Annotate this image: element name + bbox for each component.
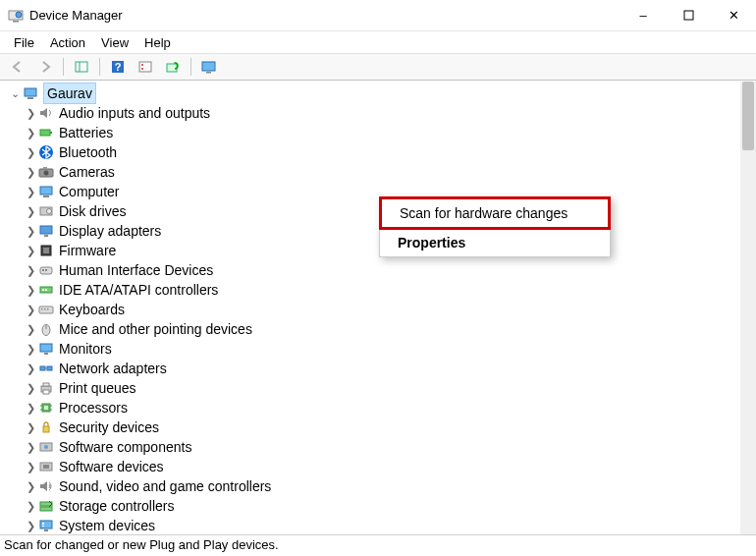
- svg-point-58: [44, 445, 48, 449]
- tree-item[interactable]: ❯Disk drives: [0, 201, 756, 221]
- svg-rect-16: [40, 130, 50, 136]
- menu-item-properties[interactable]: Properties: [380, 229, 610, 256]
- tree-item[interactable]: ❯Monitors: [0, 339, 756, 359]
- camera-icon: [37, 163, 55, 181]
- chevron-right-icon[interactable]: ❯: [24, 123, 37, 142]
- tree-item-label: Print queues: [59, 378, 136, 398]
- tree-item[interactable]: ❯Keyboards: [0, 300, 756, 319]
- chevron-right-icon[interactable]: ❯: [24, 260, 37, 280]
- tree-item[interactable]: ❯Print queues: [0, 378, 756, 398]
- chevron-right-icon[interactable]: ❯: [24, 162, 37, 182]
- svg-point-31: [42, 269, 44, 271]
- maximize-button[interactable]: [666, 0, 711, 31]
- forward-button: [33, 56, 57, 78]
- chevron-right-icon[interactable]: ❯: [24, 142, 37, 162]
- chevron-right-icon[interactable]: ❯: [24, 437, 37, 457]
- tree-item[interactable]: ❯Security devices: [0, 417, 756, 437]
- chevron-right-icon[interactable]: ❯: [24, 339, 37, 359]
- chevron-right-icon[interactable]: ❯: [24, 476, 37, 496]
- svg-rect-65: [42, 526, 44, 527]
- status-bar: Scan for changed or new Plug and Play de…: [0, 534, 756, 556]
- svg-rect-51: [44, 406, 48, 410]
- tree-item[interactable]: ❯System devices: [0, 516, 756, 534]
- chevron-right-icon[interactable]: ❯: [24, 201, 37, 221]
- menu-bar: File Action View Help: [0, 31, 756, 53]
- chevron-right-icon[interactable]: ❯: [24, 359, 37, 378]
- menu-action[interactable]: Action: [44, 33, 91, 52]
- svg-rect-4: [76, 62, 87, 72]
- tree-item[interactable]: ❯Bluetooth: [0, 142, 756, 162]
- tree-item[interactable]: ❯Display adapters: [0, 221, 756, 241]
- tree-item[interactable]: ❯Mice and other pointing devices: [0, 319, 756, 339]
- chevron-right-icon[interactable]: ❯: [24, 398, 37, 417]
- tree-item[interactable]: ❯Human Interface Devices: [0, 260, 756, 280]
- tree-item[interactable]: ❯Software devices: [0, 457, 756, 476]
- svg-rect-49: [43, 390, 49, 394]
- tree-item-label: System devices: [59, 516, 155, 534]
- tree-item[interactable]: ❯Batteries: [0, 123, 756, 142]
- scan-hardware-button[interactable]: [161, 56, 185, 78]
- chevron-right-icon[interactable]: ❯: [24, 280, 37, 300]
- svg-rect-8: [139, 62, 151, 72]
- svg-rect-29: [43, 248, 49, 253]
- context-menu: Scan for hardware changes Properties: [379, 196, 611, 257]
- bluetooth-icon: [37, 143, 55, 161]
- menu-help[interactable]: Help: [138, 33, 177, 52]
- chevron-right-icon[interactable]: ❯: [24, 516, 37, 534]
- chevron-right-icon[interactable]: ❯: [24, 378, 37, 398]
- chevron-right-icon[interactable]: ❯: [24, 103, 37, 123]
- chevron-right-icon[interactable]: ❯: [24, 221, 37, 241]
- chevron-down-icon[interactable]: ⌄: [8, 83, 22, 103]
- tree-root[interactable]: ⌄Gaurav: [0, 83, 756, 103]
- menu-file[interactable]: File: [8, 33, 40, 52]
- chevron-right-icon[interactable]: ❯: [24, 417, 37, 437]
- printer-icon: [37, 379, 55, 397]
- svg-text:?: ?: [115, 61, 122, 73]
- chevron-right-icon[interactable]: ❯: [24, 241, 37, 260]
- tree-item[interactable]: ❯IDE ATA/ATAPI controllers: [0, 280, 756, 300]
- svg-rect-1: [13, 21, 19, 23]
- toolbar: ?: [0, 53, 756, 81]
- tree-item-label: Audio inputs and outputs: [59, 103, 210, 123]
- menu-item-scan-hardware[interactable]: Scan for hardware changes: [379, 196, 611, 230]
- tree-item[interactable]: ❯Sound, video and game controllers: [0, 476, 756, 496]
- vertical-scrollbar[interactable]: [740, 82, 756, 534]
- chevron-right-icon[interactable]: ❯: [24, 319, 37, 339]
- chevron-right-icon[interactable]: ❯: [24, 300, 37, 319]
- tree-item-label: Mice and other pointing devices: [59, 319, 252, 339]
- tree-item[interactable]: ❯Firmware: [0, 241, 756, 260]
- svg-rect-63: [40, 521, 52, 528]
- svg-rect-26: [40, 226, 52, 234]
- tree-item[interactable]: ❯Computer: [0, 182, 756, 201]
- storage-icon: [37, 497, 55, 515]
- menu-view[interactable]: View: [95, 33, 135, 52]
- chevron-right-icon[interactable]: ❯: [24, 496, 37, 516]
- sound-icon: [37, 477, 55, 495]
- show-hide-console-tree-button[interactable]: [70, 56, 93, 78]
- chevron-right-icon[interactable]: ❯: [24, 457, 37, 476]
- minimize-button[interactable]: –: [621, 0, 666, 31]
- tree-item[interactable]: ❯Processors: [0, 398, 756, 417]
- svg-rect-48: [43, 383, 49, 386]
- battery-icon: [37, 124, 55, 141]
- tree-item[interactable]: ❯Software components: [0, 437, 756, 457]
- svg-rect-12: [202, 62, 215, 71]
- firmware-icon: [37, 242, 55, 259]
- tree-item[interactable]: ❯Audio inputs and outputs: [0, 103, 756, 123]
- chevron-right-icon[interactable]: ❯: [24, 182, 37, 201]
- action-button[interactable]: [134, 56, 157, 78]
- tree-item[interactable]: ❯Storage controllers: [0, 496, 756, 516]
- close-button[interactable]: ✕: [711, 0, 756, 31]
- svg-point-20: [44, 171, 49, 176]
- tree-item[interactable]: ❯Cameras: [0, 162, 756, 182]
- svg-rect-22: [40, 187, 52, 195]
- tree-item-label: IDE ATA/ATAPI controllers: [59, 280, 218, 300]
- tree-item-label: Sound, video and game controllers: [59, 476, 271, 496]
- swcomp-icon: [37, 438, 55, 456]
- tree-item[interactable]: ❯Network adapters: [0, 359, 756, 378]
- monitor-button[interactable]: [197, 56, 221, 78]
- svg-rect-39: [47, 308, 49, 310]
- tree-item-label: Bluetooth: [59, 142, 117, 162]
- help-button[interactable]: ?: [106, 56, 130, 78]
- scrollbar-thumb[interactable]: [742, 82, 754, 150]
